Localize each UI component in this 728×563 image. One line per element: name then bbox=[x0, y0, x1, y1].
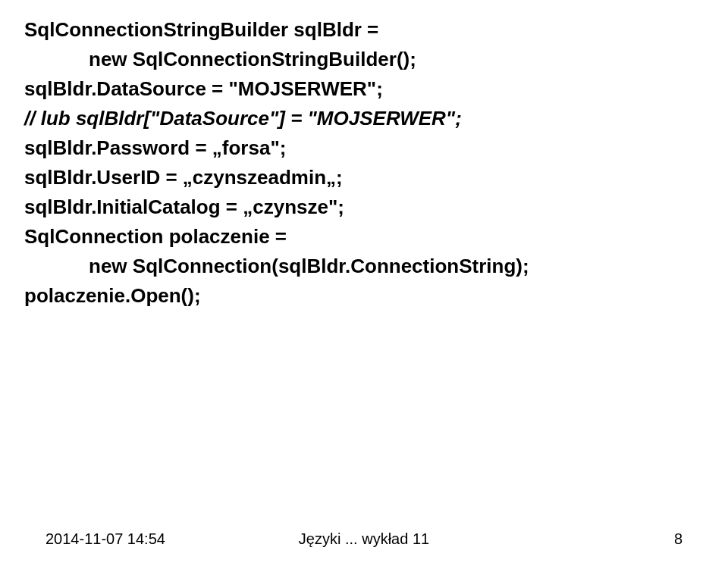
code-line-7: sqlBldr.InitialCatalog = „czynsze"; bbox=[24, 192, 704, 222]
code-line-3: sqlBldr.DataSource = "MOJSERWER"; bbox=[24, 74, 704, 104]
code-line-4-comment: // lub sqlBldr["DataSource"] = "MOJSERWE… bbox=[24, 104, 704, 133]
footer-title: Języki ... wykład 11 bbox=[258, 530, 470, 548]
code-line-8: SqlConnection polaczenie = bbox=[24, 222, 704, 252]
code-line-6: sqlBldr.UserID = „czynszeadmin„; bbox=[24, 163, 704, 192]
slide-footer: 2014-11-07 14:54 Języki ... wykład 11 8 bbox=[0, 530, 728, 548]
footer-date: 2014-11-07 14:54 bbox=[46, 530, 258, 548]
code-block: SqlConnectionStringBuilder sqlBldr = new… bbox=[0, 0, 728, 311]
footer-page-number: 8 bbox=[470, 530, 682, 548]
code-line-1: SqlConnectionStringBuilder sqlBldr = bbox=[24, 15, 704, 45]
code-line-5: sqlBldr.Password = „forsa"; bbox=[24, 133, 704, 163]
code-line-2: new SqlConnectionStringBuilder(); bbox=[24, 45, 704, 74]
code-line-10: polaczenie.Open(); bbox=[24, 281, 704, 311]
code-line-9: new SqlConnection(sqlBldr.ConnectionStri… bbox=[24, 252, 704, 281]
